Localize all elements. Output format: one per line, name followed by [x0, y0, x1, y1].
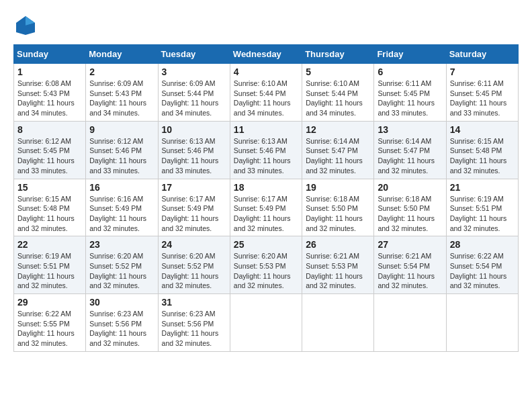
calendar-cell [374, 294, 446, 352]
day-number: 27 [378, 239, 442, 250]
day-info: Sunrise: 6:12 AM Sunset: 5:46 PM Dayligh… [89, 136, 154, 176]
calendar-week-row: 15Sunrise: 6:15 AM Sunset: 5:48 PM Dayli… [14, 179, 519, 236]
calendar-cell: 11Sunrise: 6:13 AM Sunset: 5:46 PM Dayli… [230, 121, 302, 179]
day-number: 15 [17, 182, 82, 193]
day-info: Sunrise: 6:22 AM Sunset: 5:55 PM Dayligh… [17, 309, 82, 349]
calendar-cell: 28Sunrise: 6:22 AM Sunset: 5:54 PM Dayli… [446, 236, 518, 294]
day-number: 8 [17, 124, 82, 135]
day-info: Sunrise: 6:20 AM Sunset: 5:52 PM Dayligh… [162, 251, 226, 291]
calendar-cell: 15Sunrise: 6:15 AM Sunset: 5:48 PM Dayli… [14, 179, 86, 236]
day-info: Sunrise: 6:11 AM Sunset: 5:45 PM Dayligh… [378, 79, 442, 118]
page-header [13, 13, 519, 38]
day-info: Sunrise: 6:21 AM Sunset: 5:53 PM Dayligh… [306, 251, 370, 291]
calendar-cell: 8Sunrise: 6:12 AM Sunset: 5:45 PM Daylig… [14, 121, 86, 179]
calendar-cell: 16Sunrise: 6:16 AM Sunset: 5:49 PM Dayli… [86, 179, 158, 236]
calendar-cell: 3Sunrise: 6:09 AM Sunset: 5:44 PM Daylig… [158, 64, 230, 122]
day-info: Sunrise: 6:15 AM Sunset: 5:48 PM Dayligh… [450, 136, 515, 176]
day-number: 11 [234, 124, 298, 135]
day-number: 2 [89, 66, 154, 77]
calendar-cell: 20Sunrise: 6:18 AM Sunset: 5:50 PM Dayli… [374, 179, 446, 236]
calendar-cell: 30Sunrise: 6:23 AM Sunset: 5:56 PM Dayli… [86, 294, 158, 352]
calendar-cell: 10Sunrise: 6:13 AM Sunset: 5:46 PM Dayli… [158, 121, 230, 179]
calendar-cell: 6Sunrise: 6:11 AM Sunset: 5:45 PM Daylig… [374, 64, 446, 122]
day-number: 18 [234, 182, 298, 193]
day-info: Sunrise: 6:18 AM Sunset: 5:50 PM Dayligh… [306, 194, 370, 234]
day-number: 21 [450, 182, 515, 193]
day-number: 28 [450, 239, 515, 250]
day-number: 12 [306, 124, 370, 135]
day-number: 1 [17, 66, 82, 77]
day-info: Sunrise: 6:15 AM Sunset: 5:48 PM Dayligh… [17, 194, 82, 234]
day-number: 16 [89, 182, 154, 193]
day-info: Sunrise: 6:10 AM Sunset: 5:44 PM Dayligh… [306, 79, 370, 118]
day-info: Sunrise: 6:12 AM Sunset: 5:45 PM Dayligh… [17, 136, 82, 176]
day-info: Sunrise: 6:23 AM Sunset: 5:56 PM Dayligh… [162, 309, 226, 349]
logo-icon [13, 13, 38, 38]
day-info: Sunrise: 6:09 AM Sunset: 5:44 PM Dayligh… [162, 79, 226, 118]
calendar-table: SundayMondayTuesdayWednesdayThursdayFrid… [13, 44, 519, 352]
day-info: Sunrise: 6:19 AM Sunset: 5:51 PM Dayligh… [17, 251, 82, 291]
day-info: Sunrise: 6:20 AM Sunset: 5:52 PM Dayligh… [89, 251, 154, 291]
day-number: 6 [378, 66, 442, 77]
calendar-cell: 27Sunrise: 6:21 AM Sunset: 5:54 PM Dayli… [374, 236, 446, 294]
day-info: Sunrise: 6:13 AM Sunset: 5:46 PM Dayligh… [162, 136, 226, 176]
day-number: 10 [162, 124, 226, 135]
day-number: 5 [306, 66, 370, 77]
calendar-cell: 21Sunrise: 6:19 AM Sunset: 5:51 PM Dayli… [446, 179, 518, 236]
calendar-day-header: Tuesday [158, 45, 230, 64]
calendar-day-header: Sunday [14, 45, 86, 64]
calendar-cell: 17Sunrise: 6:17 AM Sunset: 5:49 PM Dayli… [158, 179, 230, 236]
day-info: Sunrise: 6:10 AM Sunset: 5:44 PM Dayligh… [234, 79, 298, 118]
calendar-cell: 18Sunrise: 6:17 AM Sunset: 5:49 PM Dayli… [230, 179, 302, 236]
day-number: 9 [89, 124, 154, 135]
calendar-cell: 5Sunrise: 6:10 AM Sunset: 5:44 PM Daylig… [302, 64, 374, 122]
day-info: Sunrise: 6:20 AM Sunset: 5:53 PM Dayligh… [234, 251, 298, 291]
day-number: 20 [378, 182, 442, 193]
day-number: 23 [89, 239, 154, 250]
calendar-cell [302, 294, 374, 352]
calendar-cell: 13Sunrise: 6:14 AM Sunset: 5:47 PM Dayli… [374, 121, 446, 179]
day-number: 24 [162, 239, 226, 250]
calendar-cell: 22Sunrise: 6:19 AM Sunset: 5:51 PM Dayli… [14, 236, 86, 294]
calendar-cell: 2Sunrise: 6:09 AM Sunset: 5:43 PM Daylig… [86, 64, 158, 122]
calendar-week-row: 1Sunrise: 6:08 AM Sunset: 5:43 PM Daylig… [14, 64, 519, 122]
calendar-cell: 9Sunrise: 6:12 AM Sunset: 5:46 PM Daylig… [86, 121, 158, 179]
calendar-cell: 1Sunrise: 6:08 AM Sunset: 5:43 PM Daylig… [14, 64, 86, 122]
calendar-day-header: Monday [86, 45, 158, 64]
calendar-day-header: Thursday [302, 45, 374, 64]
day-number: 25 [234, 239, 298, 250]
day-number: 13 [378, 124, 442, 135]
calendar-cell: 4Sunrise: 6:10 AM Sunset: 5:44 PM Daylig… [230, 64, 302, 122]
day-info: Sunrise: 6:17 AM Sunset: 5:49 PM Dayligh… [234, 194, 298, 234]
calendar-day-header: Friday [374, 45, 446, 64]
day-info: Sunrise: 6:23 AM Sunset: 5:56 PM Dayligh… [89, 309, 154, 349]
calendar-cell: 26Sunrise: 6:21 AM Sunset: 5:53 PM Dayli… [302, 236, 374, 294]
day-number: 14 [450, 124, 515, 135]
calendar-cell: 14Sunrise: 6:15 AM Sunset: 5:48 PM Dayli… [446, 121, 518, 179]
day-number: 26 [306, 239, 370, 250]
day-number: 29 [17, 297, 82, 308]
day-info: Sunrise: 6:14 AM Sunset: 5:47 PM Dayligh… [378, 136, 442, 176]
day-number: 7 [450, 66, 515, 77]
day-number: 3 [162, 66, 226, 77]
day-info: Sunrise: 6:19 AM Sunset: 5:51 PM Dayligh… [450, 194, 515, 234]
day-number: 4 [234, 66, 298, 77]
day-info: Sunrise: 6:11 AM Sunset: 5:45 PM Dayligh… [450, 79, 515, 118]
calendar-cell: 24Sunrise: 6:20 AM Sunset: 5:52 PM Dayli… [158, 236, 230, 294]
day-number: 30 [89, 297, 154, 308]
day-info: Sunrise: 6:16 AM Sunset: 5:49 PM Dayligh… [89, 194, 154, 234]
calendar-cell: 29Sunrise: 6:22 AM Sunset: 5:55 PM Dayli… [14, 294, 86, 352]
calendar-cell: 25Sunrise: 6:20 AM Sunset: 5:53 PM Dayli… [230, 236, 302, 294]
day-info: Sunrise: 6:13 AM Sunset: 5:46 PM Dayligh… [234, 136, 298, 176]
logo [13, 13, 40, 38]
day-number: 19 [306, 182, 370, 193]
calendar-cell: 23Sunrise: 6:20 AM Sunset: 5:52 PM Dayli… [86, 236, 158, 294]
calendar-week-row: 22Sunrise: 6:19 AM Sunset: 5:51 PM Dayli… [14, 236, 519, 294]
day-info: Sunrise: 6:09 AM Sunset: 5:43 PM Dayligh… [89, 79, 154, 118]
calendar-header-row: SundayMondayTuesdayWednesdayThursdayFrid… [14, 45, 519, 64]
calendar-cell [230, 294, 302, 352]
calendar-cell: 12Sunrise: 6:14 AM Sunset: 5:47 PM Dayli… [302, 121, 374, 179]
day-info: Sunrise: 6:08 AM Sunset: 5:43 PM Dayligh… [17, 79, 82, 118]
day-number: 31 [162, 297, 226, 308]
day-number: 17 [162, 182, 226, 193]
